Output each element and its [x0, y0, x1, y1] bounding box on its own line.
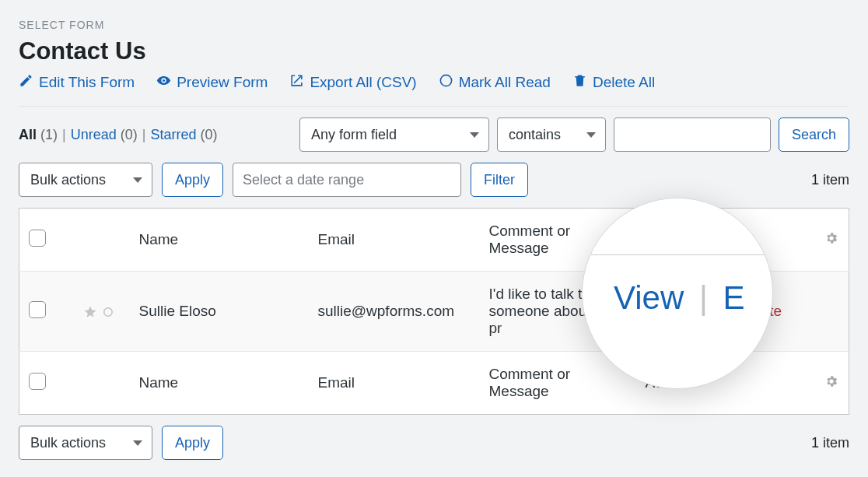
filter-unread-count: (0) — [121, 127, 138, 142]
mark-all-read-link[interactable]: Mark All Read — [439, 73, 551, 92]
gear-icon[interactable] — [824, 232, 838, 248]
select-form-label: SELECT FORM — [19, 19, 849, 31]
magnifier-overlay: View | E — [582, 198, 773, 389]
search-input[interactable] — [614, 117, 771, 152]
gear-icon[interactable] — [824, 375, 838, 391]
col-email[interactable]: Email — [309, 209, 480, 272]
filter-sep: | — [142, 127, 146, 143]
magnifier-edit-initial: E — [723, 279, 745, 316]
status-filters: All (1) | Unread (0) | Starred (0) — [19, 127, 218, 143]
filter-all[interactable]: All (1) — [19, 127, 58, 143]
search-field-select[interactable]: Any form field — [299, 117, 489, 152]
page-title: Contact Us — [19, 37, 849, 65]
mark-all-read-label: Mark All Read — [459, 74, 551, 91]
apply-button-bottom[interactable]: Apply — [162, 426, 223, 460]
row-checkbox[interactable] — [29, 301, 46, 318]
items-count-bottom: 1 item — [811, 435, 849, 451]
col-indicators — [74, 209, 130, 272]
bulk-actions-select-bottom[interactable]: Bulk actions — [19, 426, 152, 460]
preview-form-label: Preview Form — [177, 74, 268, 91]
delete-all-link[interactable]: Delete All — [572, 73, 655, 92]
preview-form-link[interactable]: Preview Form — [156, 73, 268, 92]
eye-icon — [156, 73, 171, 92]
filter-unread-label: Unread — [71, 127, 117, 142]
bulk-actions-select-top[interactable]: Bulk actions — [19, 163, 152, 197]
star-icon[interactable] — [83, 305, 97, 319]
search-button[interactable]: Search — [779, 117, 849, 152]
items-count-top: 1 item — [811, 172, 849, 188]
filter-starred-count: (0) — [201, 127, 218, 142]
filter-all-count: (1) — [40, 127, 58, 142]
filter-button[interactable]: Filter — [471, 163, 528, 197]
pencil-icon — [19, 73, 33, 92]
filter-sep: | — [62, 127, 66, 143]
form-actions-row: Edit This Form Preview Form Export All (… — [19, 73, 849, 92]
delete-all-label: Delete All — [593, 74, 655, 91]
filter-starred-label: Starred — [150, 127, 196, 142]
select-all-checkbox-bottom[interactable] — [29, 373, 46, 390]
magnifier-view: View — [614, 279, 684, 316]
row-email: sullie@wpforms.com — [309, 272, 480, 352]
date-range-input[interactable] — [233, 163, 461, 197]
magnifier-text: View | E — [614, 279, 745, 317]
select-all-checkbox-top[interactable] — [29, 230, 46, 247]
magnifier-sep: | — [699, 279, 708, 316]
magnifier-divider — [583, 254, 772, 255]
apply-button-top[interactable]: Apply — [162, 163, 223, 197]
row-name: Sullie Eloso — [130, 272, 309, 352]
filter-all-label: All — [19, 127, 37, 142]
read-indicator-icon[interactable] — [101, 305, 115, 319]
export-csv-link[interactable]: Export All (CSV) — [289, 73, 416, 92]
export-csv-label: Export All (CSV) — [310, 74, 416, 91]
filter-unread[interactable]: Unread (0) — [71, 127, 138, 143]
col-email-foot[interactable]: Email — [309, 352, 480, 415]
trash-icon — [572, 73, 587, 92]
radio-icon — [439, 73, 453, 92]
col-name-foot[interactable]: Name — [130, 352, 309, 415]
search-operator-select[interactable]: contains — [497, 117, 606, 152]
edit-form-label: Edit This Form — [39, 74, 135, 91]
col-name[interactable]: Name — [130, 209, 309, 272]
edit-form-link[interactable]: Edit This Form — [19, 73, 135, 92]
filter-starred[interactable]: Starred (0) — [150, 127, 217, 143]
export-icon — [289, 73, 304, 92]
